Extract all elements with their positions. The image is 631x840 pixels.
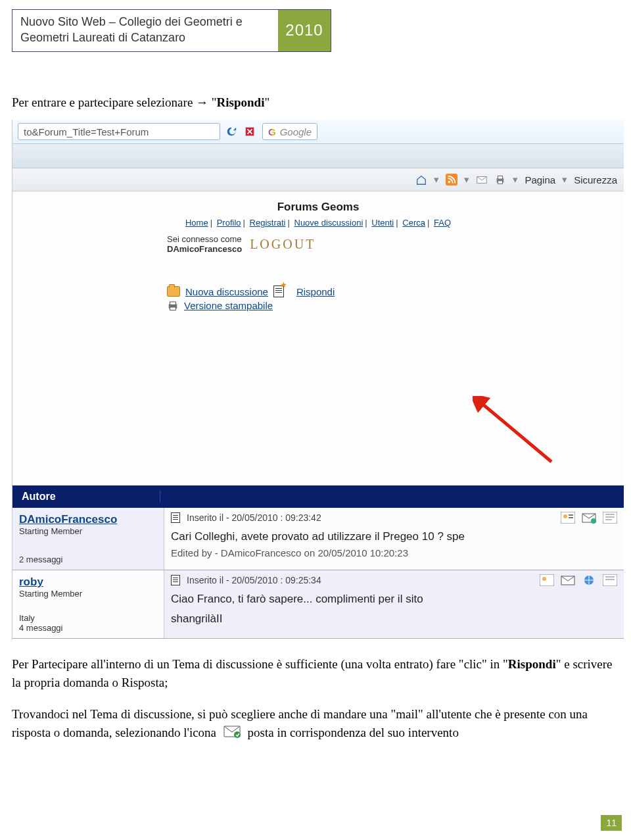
mail-inline-icon xyxy=(223,724,241,743)
url-field[interactable]: to&Forum_Title=Test+Forum xyxy=(18,123,220,140)
paragraph-2: Per Partecipare all'interno di un Tema d… xyxy=(12,655,623,691)
post-date: Inserito il - 20/05/2010 : 09:25:34 xyxy=(187,575,321,585)
doc-header: Nuovo Sito Web – Collegio dei Geometri e… xyxy=(12,9,331,52)
author-role: Starting Member xyxy=(19,526,157,536)
svg-line-10 xyxy=(479,401,551,462)
p2-text-a: Per Partecipare all'interno di un Tema d… xyxy=(12,657,508,671)
svg-point-12 xyxy=(563,514,567,518)
sep4: ▾ xyxy=(562,174,567,185)
print-version-link[interactable]: Versione stampabile xyxy=(184,300,273,311)
author-role: Starting Member xyxy=(19,589,157,599)
thread-table: Autore DAmicoFrancesco Starting Member 2… xyxy=(12,485,624,639)
svg-rect-13 xyxy=(569,514,573,516)
arrow-right-icon: → xyxy=(196,95,208,109)
p1-bold: Rispondi xyxy=(217,95,265,109)
author-link[interactable]: roby xyxy=(19,576,157,589)
forum-actions: Nuova discussione ★ Rispondi Versione st… xyxy=(167,285,469,311)
author-msgcount: 4 messaggi xyxy=(19,623,157,633)
page-number: 11 xyxy=(601,815,622,831)
nav-cerca[interactable]: Cerca xyxy=(402,218,425,228)
p2-bold: Rispondi xyxy=(508,657,556,671)
svg-rect-6 xyxy=(498,181,503,184)
post-body: Cari Colleghi, avete provato ad utilizza… xyxy=(171,530,617,543)
sep2: ▾ xyxy=(464,174,469,185)
post-meta: Inserito il - 20/05/2010 : 09:25:34 xyxy=(171,574,617,586)
refresh-icon[interactable] xyxy=(225,126,237,137)
nav-home[interactable]: Home xyxy=(185,218,208,228)
send-mail-icon[interactable] xyxy=(561,574,575,586)
browser-screenshot: to&Forum_Title=Test+Forum G Google ▾ ▾ ▾… xyxy=(12,120,624,639)
www-icon[interactable] xyxy=(582,574,596,586)
star-icon: ★ xyxy=(280,280,287,292)
mail-icon[interactable] xyxy=(476,174,488,185)
svg-rect-8 xyxy=(170,301,175,304)
browser-tabbar xyxy=(12,144,624,168)
stop-icon[interactable] xyxy=(244,126,256,137)
post-body: Ciao Franco, ti farò sapere... complimen… xyxy=(171,593,617,606)
table-row: roby Starting Member Italy 4 messaggi In… xyxy=(12,570,624,639)
svg-rect-5 xyxy=(498,176,503,180)
author-msgcount: 2 messaggi xyxy=(19,555,157,564)
printer-icon xyxy=(167,301,179,310)
rss-icon[interactable] xyxy=(446,174,457,185)
forum-nav: Home| Profilo| Registrati| Nuove discuss… xyxy=(12,218,624,228)
post-date: Inserito il - 20/05/2010 : 09:23:42 xyxy=(187,512,321,523)
author-link[interactable]: DAmicoFrancesco xyxy=(19,513,157,526)
login-label: Sei connesso come xyxy=(167,234,242,244)
new-discussion-link[interactable]: Nuova discussione xyxy=(185,286,268,297)
reply-link[interactable]: Rispondi xyxy=(296,286,335,297)
svg-rect-14 xyxy=(569,517,573,518)
nav-utenti[interactable]: Utenti xyxy=(371,218,394,228)
author-country: Italy xyxy=(19,613,157,623)
post-edited: Edited by - DAmicoFrancesco on 20/05/201… xyxy=(171,547,617,558)
sep3: ▾ xyxy=(513,174,518,185)
svg-point-19 xyxy=(542,577,546,581)
svg-point-24 xyxy=(234,731,241,738)
profile-icon[interactable] xyxy=(540,574,554,586)
col-author-header: Autore xyxy=(12,491,160,503)
folder-icon xyxy=(167,286,180,297)
table-row: DAmicoFrancesco Starting Member 2 messag… xyxy=(12,508,624,570)
browser-search[interactable]: G Google xyxy=(262,123,317,140)
p1-quote-open: " xyxy=(208,95,217,109)
svg-point-2 xyxy=(448,181,451,184)
svg-rect-17 xyxy=(603,512,617,524)
print-icon[interactable] xyxy=(494,174,506,185)
home-icon[interactable] xyxy=(415,174,427,185)
nav-profilo[interactable]: Profilo xyxy=(217,218,241,228)
browser-toolbar: ▾ ▾ ▾ Pagina▾ Sicurezza xyxy=(12,168,624,191)
quote-icon[interactable] xyxy=(603,574,617,586)
author-cell: DAmicoFrancesco Starting Member 2 messag… xyxy=(12,508,164,570)
google-icon: G xyxy=(268,126,276,137)
svg-rect-22 xyxy=(603,574,617,586)
nav-registrati[interactable]: Registrati xyxy=(250,218,286,228)
p1-text: Per entrare e partecipare selezionare xyxy=(12,95,196,109)
nav-faq[interactable]: FAQ xyxy=(434,218,451,228)
toolbar-sicurezza[interactable]: Sicurezza xyxy=(574,174,617,185)
doc-icon xyxy=(171,512,180,523)
doc-year: 2010 xyxy=(278,10,331,51)
doc-title-line2: Geometri Laureati di Catanzaro xyxy=(20,31,185,44)
forum-title: Forums Geoms xyxy=(12,201,624,214)
addr-actions xyxy=(225,126,256,137)
author-cell: roby Starting Member Italy 4 messaggi xyxy=(12,570,164,638)
profile-icon[interactable] xyxy=(561,512,575,524)
url-text: to&Forum_Title=Test+Forum xyxy=(24,126,149,137)
forum-area: Forums Geoms Home| Profilo| Registrati| … xyxy=(12,191,624,311)
send-mail-icon[interactable] xyxy=(582,512,596,524)
logout-link[interactable]: LOGOUT xyxy=(250,237,316,252)
p1-quote-close: " xyxy=(264,95,269,109)
nav-nuove[interactable]: Nuove discussioni xyxy=(294,218,363,228)
svg-rect-18 xyxy=(540,574,554,586)
toolbar-pagina[interactable]: Pagina xyxy=(525,174,555,185)
post-cell: Inserito il - 20/05/2010 : 09:23:42 Cari… xyxy=(164,508,624,570)
post-cell: Inserito il - 20/05/2010 : 09:25:34 Ciao… xyxy=(164,570,624,638)
login-user: DAmicoFrancesco xyxy=(167,244,242,254)
paragraph-1: Per entrare e partecipare selezionare → … xyxy=(12,93,269,112)
search-placeholder: Google xyxy=(280,126,312,137)
p3-text-b: posta in corrispondenza del suo interven… xyxy=(248,726,459,739)
login-info: Sei connesso come DAmicoFrancesco LOGOUT xyxy=(167,234,469,254)
quote-icon[interactable] xyxy=(603,512,617,524)
post-signature: shangrilàII xyxy=(171,612,617,626)
paragraph-3: Trovandoci nel Tema di discussione, si p… xyxy=(12,705,623,743)
